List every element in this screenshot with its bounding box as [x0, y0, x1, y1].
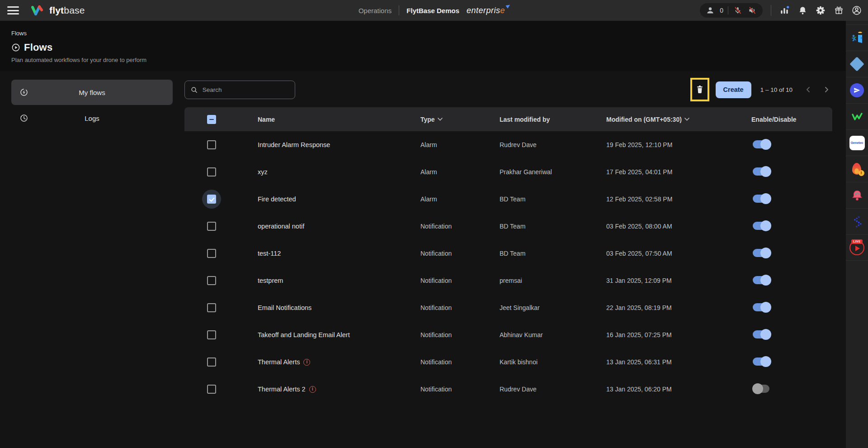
fire-warning-badge: ! [859, 170, 864, 176]
flow-error-icon[interactable]: i [303, 359, 310, 366]
delete-flows-button[interactable] [695, 85, 704, 95]
flytbase-app: flytbase Operations FlytBase Demos enter… [0, 0, 868, 448]
previous-page-button[interactable] [802, 84, 814, 95]
right-app-rail: Genetec ! LIVE [846, 21, 868, 448]
table-row[interactable]: Thermal Alerts i Notification Kartik bis… [184, 348, 832, 376]
enable-disable-toggle[interactable] [751, 138, 772, 150]
chevron-right-icon [822, 86, 830, 94]
live-stream-app-icon[interactable]: LIVE [846, 234, 868, 261]
alarm-bell-app-icon[interactable] [846, 182, 868, 208]
flow-type: Alarm [420, 168, 500, 176]
trash-icon [695, 85, 704, 95]
page-header: Flows Flows Plan automated workflows for… [0, 21, 846, 71]
enable-disable-toggle[interactable] [751, 166, 772, 177]
blue-diamond-app-icon[interactable] [846, 51, 868, 77]
next-page-button[interactable] [821, 84, 832, 95]
table-row[interactable]: test-112 Notification BD Team 03 Feb 202… [184, 240, 832, 267]
enable-disable-toggle[interactable] [751, 220, 772, 232]
table-row[interactable]: testprem Notification premsai 31 Jan 202… [184, 267, 832, 294]
tab-logs[interactable]: Logs [11, 105, 173, 131]
dotted-s-app-icon[interactable] [846, 208, 868, 234]
create-flow-button[interactable]: Create [716, 81, 751, 98]
flow-error-icon[interactable]: i [309, 386, 316, 393]
flow-type: Notification [420, 304, 500, 311]
flow-modified-on: 12 Feb 2025, 02:58 PM [606, 195, 751, 203]
notifications-bell-icon[interactable] [797, 5, 807, 15]
flow-modified-on: 19 Feb 2025, 12:10 PM [606, 141, 751, 148]
flow-type: Notification [420, 358, 500, 366]
emergency-exit-app-icon[interactable] [846, 24, 868, 51]
flow-name: operational notif [258, 223, 304, 230]
session-status-pill[interactable]: 0 [700, 3, 763, 18]
row-checkbox[interactable] [207, 303, 216, 312]
flytbase-logo[interactable]: flytbase [31, 5, 85, 16]
divider [771, 5, 771, 16]
genetec-app-icon[interactable]: Genetec [846, 129, 868, 156]
account-avatar-icon[interactable] [852, 5, 862, 15]
row-checkbox[interactable] [207, 357, 216, 367]
flow-last-modified-by: Abhinav Kumar [500, 331, 606, 338]
enable-disable-toggle[interactable] [751, 356, 772, 367]
flow-last-modified-by: Rudrev Dave [500, 386, 606, 393]
column-header-modified-on[interactable]: Modified on (GMT+05:30) [606, 116, 751, 123]
search-box[interactable] [184, 81, 295, 99]
chevron-left-icon [804, 86, 812, 94]
breadcrumb[interactable]: Flows [11, 30, 846, 37]
organization-name[interactable]: FlytBase Demos [406, 7, 459, 14]
table-row[interactable]: operational notif Notification BD Team 0… [184, 213, 832, 240]
table-row[interactable]: Thermal Alerts 2 i Notification Rudrev D… [184, 376, 832, 403]
row-checkbox[interactable] [207, 167, 216, 176]
flow-modified-on: 13 Jan 2025, 06:20 PM [606, 386, 751, 393]
enable-disable-toggle[interactable] [751, 193, 772, 205]
row-checkbox[interactable] [207, 249, 216, 258]
operations-label[interactable]: Operations [359, 7, 392, 14]
enable-disable-toggle[interactable] [751, 383, 772, 395]
flow-modified-on: 03 Feb 2025, 07:50 AM [606, 250, 751, 257]
active-users-icon [705, 5, 715, 15]
table-row[interactable]: Takeoff and Landing Email Alert Notifica… [184, 321, 832, 348]
table-row[interactable]: Email Notifications Notification Jeet Si… [184, 294, 832, 321]
tab-my-flows[interactable]: My flows [11, 80, 173, 105]
table-row[interactable]: Intruder Alarm Response Alarm Rudrev Dav… [184, 131, 832, 158]
divider [728, 6, 728, 14]
analytics-icon[interactable] [779, 5, 789, 15]
green-flyt-mark-app-icon[interactable] [846, 103, 868, 129]
row-checkbox[interactable] [207, 276, 216, 285]
column-header-last-modified-by: Last modified by [500, 116, 606, 123]
send-plane-app-icon[interactable] [846, 77, 868, 103]
live-badge: LIVE [851, 239, 862, 244]
settings-gear-icon[interactable] [816, 5, 826, 15]
select-all-checkbox[interactable] [207, 115, 216, 124]
enable-disable-toggle[interactable] [751, 274, 772, 286]
fire-alert-app-icon[interactable]: ! [846, 156, 868, 182]
column-header-type[interactable]: Type [420, 116, 500, 123]
flows-toolbar: Create 1 – 10 of 10 [184, 80, 832, 100]
row-checkbox[interactable] [207, 195, 216, 204]
mic-off-icon[interactable] [733, 5, 743, 15]
search-input[interactable] [203, 86, 289, 93]
flow-last-modified-by: BD Team [500, 223, 606, 230]
active-users-count: 0 [720, 7, 723, 14]
page-title: Flows [24, 42, 52, 53]
row-checkbox[interactable] [207, 385, 216, 394]
action-highlight-box [690, 78, 709, 101]
whats-new-gift-icon[interactable] [834, 5, 844, 15]
speaker-off-icon[interactable] [747, 5, 757, 15]
topbar-actions: 0 [700, 3, 862, 18]
flow-type: Notification [420, 223, 500, 230]
flow-last-modified-by: Jeet Singalkar [500, 304, 606, 311]
flow-last-modified-by: Prakhar Ganeriwal [500, 168, 606, 176]
table-row[interactable]: xyz Alarm Prakhar Ganeriwal 17 Feb 2025,… [184, 158, 832, 186]
enable-disable-toggle[interactable] [751, 301, 772, 313]
hamburger-menu-icon[interactable] [7, 6, 19, 14]
flow-modified-on: 17 Feb 2025, 04:01 PM [606, 168, 751, 176]
table-row[interactable]: Fire detected Alarm BD Team 12 Feb 2025,… [184, 186, 832, 213]
brand-wordmark: flytbase [49, 5, 85, 16]
row-checkbox[interactable] [207, 140, 216, 149]
enable-disable-toggle[interactable] [751, 247, 772, 259]
row-checkbox[interactable] [207, 330, 216, 339]
flow-type: Alarm [420, 195, 500, 203]
enable-disable-toggle[interactable] [751, 329, 772, 340]
search-icon [190, 86, 198, 94]
row-checkbox[interactable] [207, 222, 216, 231]
